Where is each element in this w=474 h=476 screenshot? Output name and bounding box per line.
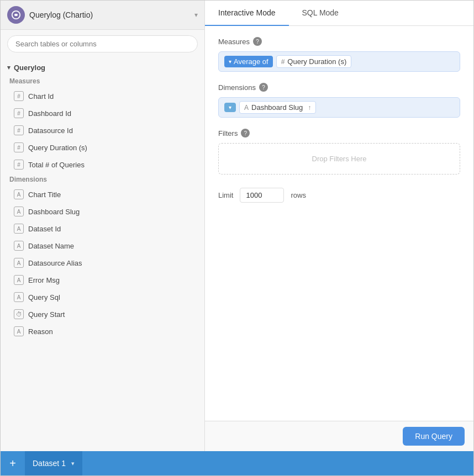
bottom-bar: Run Query <box>205 421 473 451</box>
tree-item-total-queries[interactable]: # Total # of Queries <box>3 156 202 173</box>
left-panel: Querylog (Chartio) ▾ ▾ Querylog Measures… <box>1 1 205 451</box>
hash-icon-dashboard-id: # <box>14 108 24 118</box>
limit-suffix: rows <box>291 191 306 199</box>
tree-section: ▾ Querylog Measures # Chart Id # Dashboa… <box>1 58 204 451</box>
tree-item-label: Dashboard Id <box>28 109 71 118</box>
measures-aggregate-label: Average of <box>234 57 268 66</box>
dataset-tab-arrow: ▾ <box>71 460 75 467</box>
hash-icon-datasource-id: # <box>14 125 24 135</box>
hash-icon-chart-id: # <box>14 91 24 101</box>
tree-item-label: Datasource Id <box>28 126 73 135</box>
filters-placeholder: Drop Filters Here <box>312 155 367 163</box>
tree-item-chart-title[interactable]: A Chart Title <box>3 186 202 203</box>
run-query-button[interactable]: Run Query <box>403 427 465 446</box>
measures-subsection-label: Measures <box>1 75 204 87</box>
limit-label: Limit <box>218 191 233 199</box>
dimensions-field-type-icon: A <box>244 104 249 112</box>
tree-item-label: Dataset Name <box>28 242 74 250</box>
dataset-tabbar: + Dataset 1 ▾ <box>1 451 473 475</box>
querylog-group-header[interactable]: ▾ Querylog <box>1 60 204 75</box>
tree-item-label: Reason <box>28 327 53 336</box>
tabs-header: Interactive Mode SQL Mode <box>205 1 473 26</box>
alpha-icon-reason: A <box>14 326 24 336</box>
tree-item-dataset-id[interactable]: A Dataset Id <box>3 220 202 237</box>
search-container <box>1 30 204 58</box>
group-collapse-arrow: ▾ <box>7 64 10 71</box>
tree-item-label: Query Duration (s) <box>28 144 87 152</box>
group-label: Querylog <box>14 64 45 72</box>
clock-icon-query-start: ⏱ <box>14 309 24 319</box>
tree-item-label: Total # of Queries <box>28 161 85 169</box>
tree-item-chart-id[interactable]: # Chart Id <box>3 88 202 104</box>
limit-input[interactable] <box>240 188 284 203</box>
dataset-tab-label: Dataset 1 <box>33 459 66 468</box>
tab-sql-mode[interactable]: SQL Mode <box>289 1 352 26</box>
dimensions-dropdown-arrow: ▾ <box>229 104 231 110</box>
alpha-icon-chart-title: A <box>14 189 24 199</box>
alpha-icon-error-msg: A <box>14 275 24 285</box>
dimensions-section-label: Dimensions ? <box>218 83 460 92</box>
datasource-dropdown-arrow[interactable]: ▾ <box>194 11 198 19</box>
add-dataset-button[interactable]: + <box>1 451 25 475</box>
left-header: Querylog (Chartio) ▾ <box>1 1 204 30</box>
app-container: Querylog (Chartio) ▾ ▾ Querylog Measures… <box>0 0 474 476</box>
hash-icon-total-queries: # <box>14 160 24 170</box>
measures-section-label: Measures ? <box>218 37 460 46</box>
logo-icon <box>7 6 25 24</box>
tree-item-datasource-id[interactable]: # Datasource Id <box>3 122 202 139</box>
measures-field-label: Query Duration (s) <box>287 57 346 66</box>
dimensions-field-pill[interactable]: A Dashboard Slug ↑ <box>239 101 316 114</box>
sort-icon[interactable]: ↑ <box>308 104 311 112</box>
tab-interactive-mode[interactable]: Interactive Mode <box>205 1 289 26</box>
alpha-icon-datasource-alias: A <box>14 258 24 268</box>
tree-item-datasource-alias[interactable]: A Datasource Alias <box>3 255 202 271</box>
filters-help-icon[interactable]: ? <box>241 129 250 137</box>
datasource-title: Querylog (Chartio) <box>29 10 194 19</box>
measures-aggregate-dropdown[interactable]: ▾ Average of <box>224 56 273 67</box>
tree-item-dashboard-slug[interactable]: A Dashboard Slug <box>3 203 202 220</box>
alpha-icon-dashboard-slug: A <box>14 207 24 216</box>
tree-item-query-sql[interactable]: A Query Sql <box>3 289 202 305</box>
hash-icon-query-duration: # <box>14 142 24 152</box>
right-panel: Interactive Mode SQL Mode Measures ? ▾ A… <box>205 1 473 451</box>
alpha-icon-dataset-id: A <box>14 224 24 234</box>
right-content: Measures ? ▾ Average of # Query Duration… <box>205 26 473 421</box>
tree-item-dashboard-id[interactable]: # Dashboard Id <box>3 105 202 121</box>
tree-item-query-duration[interactable]: # Query Duration (s) <box>3 139 202 156</box>
tree-item-query-start[interactable]: ⏱ Query Start <box>3 306 202 322</box>
tree-item-label: Chart Id <box>28 92 54 101</box>
tree-item-label: Dashboard Slug <box>28 208 80 216</box>
dimensions-subsection-label: Dimensions <box>1 173 204 186</box>
tree-item-label: Error Msg <box>28 276 60 284</box>
dimensions-help-icon[interactable]: ? <box>259 83 268 92</box>
filters-section-label: Filters ? <box>218 129 460 137</box>
filters-drop-zone[interactable]: Drop Filters Here <box>218 143 460 174</box>
search-input[interactable] <box>7 35 198 52</box>
tree-item-label: Chart Title <box>28 191 61 199</box>
alpha-icon-dataset-name: A <box>14 241 24 251</box>
tree-item-reason[interactable]: A Reason <box>3 323 202 340</box>
tree-item-label: Datasource Alias <box>28 259 82 267</box>
main-content: Querylog (Chartio) ▾ ▾ Querylog Measures… <box>1 1 473 451</box>
tree-item-label: Query Sql <box>28 293 60 302</box>
dimensions-aggregate-dropdown[interactable]: ▾ <box>224 103 236 112</box>
tree-item-label: Query Start <box>28 310 65 319</box>
measures-help-icon[interactable]: ? <box>253 37 262 46</box>
tree-item-dataset-name[interactable]: A Dataset Name <box>3 237 202 254</box>
alpha-icon-query-sql: A <box>14 292 24 302</box>
measures-dropdown-arrow: ▾ <box>229 59 231 65</box>
dataset-tab[interactable]: Dataset 1 ▾ <box>25 451 82 475</box>
measures-field-pill[interactable]: # Query Duration (s) <box>276 55 352 68</box>
limit-row: Limit rows <box>218 188 460 203</box>
dimensions-field-label: Dashboard Slug <box>251 103 303 112</box>
tree-item-error-msg[interactable]: A Error Msg <box>3 272 202 288</box>
measures-field-type-icon: # <box>281 58 285 66</box>
tree-item-label: Dataset Id <box>28 225 61 233</box>
measures-pill-row: ▾ Average of # Query Duration (s) <box>218 51 460 72</box>
dimensions-pill-row: ▾ A Dashboard Slug ↑ <box>218 97 460 118</box>
